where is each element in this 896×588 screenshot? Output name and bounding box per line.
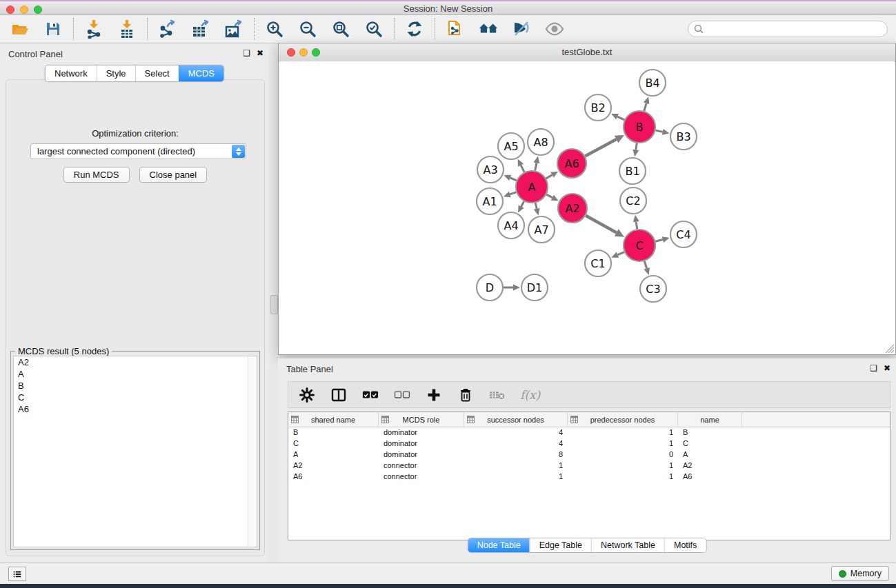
edge-B-B1[interactable] (633, 143, 639, 157)
node-A4[interactable]: A4 (498, 212, 524, 239)
save-session-button[interactable] (43, 19, 63, 39)
result-list-item[interactable]: A2 (14, 356, 257, 368)
node-A2[interactable]: A2 (558, 194, 587, 223)
float-panel-icon[interactable]: ❑ (243, 48, 250, 58)
tab-network-table[interactable]: Network Table (591, 538, 664, 552)
tab-node-table[interactable]: Node Table (468, 538, 530, 552)
node-C2[interactable]: C2 (620, 187, 646, 214)
deselect-all-button[interactable] (393, 386, 411, 404)
duplicate-network-button[interactable] (445, 19, 466, 39)
optimization-criterion-select[interactable]: largest connected component (directed) (30, 143, 246, 159)
graphics-details-button[interactable] (511, 19, 532, 39)
export-image-button[interactable] (223, 19, 244, 39)
edge-A6-B[interactable] (585, 135, 624, 156)
show-column-button[interactable] (330, 386, 348, 404)
table-cell[interactable]: B (678, 427, 742, 438)
edge-C-C3[interactable] (644, 261, 650, 275)
node-C3[interactable]: C3 (640, 276, 666, 302)
node-A3[interactable]: A3 (477, 156, 504, 183)
eye-button[interactable] (544, 19, 565, 39)
open-session-button[interactable] (10, 19, 30, 39)
edge-A-A7[interactable] (534, 203, 540, 215)
table-cell[interactable]: dominator (379, 427, 464, 438)
result-list-item[interactable]: A (14, 368, 257, 380)
close-panel-icon[interactable]: ✖ (257, 48, 263, 58)
node-A1[interactable]: A1 (477, 188, 503, 214)
node-D[interactable]: D (477, 274, 503, 301)
column-header-name[interactable]: name (678, 412, 742, 427)
node-C1[interactable]: C1 (585, 250, 611, 276)
table-cell[interactable]: 1 (464, 460, 568, 472)
result-scrollbar[interactable] (248, 356, 257, 547)
edge-A-A3[interactable] (504, 175, 516, 181)
table-cell[interactable]: A6 (678, 472, 742, 483)
home-button[interactable] (478, 19, 499, 39)
node-B1[interactable]: B1 (619, 158, 646, 184)
delete-table-button[interactable] (488, 386, 506, 404)
refresh-layout-button[interactable] (404, 19, 425, 39)
table-cell[interactable]: A2 (678, 460, 742, 472)
close-panel-icon[interactable]: ✖ (884, 363, 890, 373)
table-cell[interactable]: connector (379, 472, 464, 483)
close-panel-button[interactable]: Close panel (139, 167, 208, 183)
result-list-item[interactable]: C (14, 392, 257, 403)
table-cell[interactable]: 1 (464, 472, 568, 483)
table-row[interactable]: A2connector11A2 (288, 460, 890, 472)
table-cell[interactable]: A6 (288, 472, 379, 483)
table-cell[interactable]: C (288, 438, 379, 449)
node-A5[interactable]: A5 (498, 133, 524, 159)
tab-motifs[interactable]: Motifs (664, 538, 706, 552)
table-cell[interactable]: C (678, 438, 742, 449)
export-network-button[interactable] (157, 19, 178, 39)
result-list-item[interactable]: B (14, 380, 257, 392)
memory-button[interactable]: Memory (831, 566, 889, 581)
column-header-shared-name[interactable]: shared name (288, 412, 379, 427)
table-cell[interactable]: 1 (568, 438, 678, 449)
show-panels-button[interactable] (8, 567, 26, 581)
table-cell[interactable]: A2 (288, 460, 379, 472)
table-row[interactable]: Cdominator41C (288, 438, 890, 449)
tab-style[interactable]: Style (97, 65, 135, 81)
node-C[interactable]: C (624, 230, 655, 261)
edge-C-C4[interactable] (655, 236, 669, 243)
node-A8[interactable]: A8 (528, 129, 554, 155)
node-C4[interactable]: C4 (670, 221, 697, 247)
edge-A-A5[interactable] (518, 159, 525, 172)
node-D1[interactable]: D1 (521, 274, 548, 301)
function-builder-button[interactable]: f(x) (520, 388, 540, 402)
delete-column-button[interactable] (457, 386, 475, 404)
window-resize-grip[interactable] (886, 345, 895, 354)
table-cell[interactable]: 0 (568, 449, 678, 460)
table-cell[interactable]: B (288, 427, 379, 438)
table-cell[interactable]: dominator (379, 438, 464, 449)
edge-A-A2[interactable] (546, 194, 558, 201)
float-panel-icon[interactable]: ❑ (870, 363, 877, 373)
import-network-button[interactable] (83, 19, 104, 39)
edge-B-B4[interactable] (644, 97, 650, 111)
table-cell[interactable]: 1 (568, 472, 678, 483)
zoom-in-button[interactable] (264, 19, 285, 39)
network-window-titlebar[interactable]: testGlobe.txt (279, 43, 895, 62)
table-cell[interactable]: 1 (568, 427, 678, 438)
edge-B-B3[interactable] (655, 129, 669, 135)
table-cell[interactable]: 1 (568, 460, 678, 472)
table-cell[interactable]: 4 (464, 427, 568, 438)
edge-A2-C[interactable] (586, 216, 624, 237)
node-B3[interactable]: B3 (670, 123, 697, 150)
search-input[interactable] (688, 21, 888, 37)
node-A[interactable]: A (516, 171, 548, 203)
table-cell[interactable]: dominator (379, 449, 464, 460)
zoom-out-button[interactable] (297, 19, 318, 39)
column-header-successor-nodes[interactable]: successor nodes (464, 412, 568, 427)
node-B4[interactable]: B4 (639, 70, 666, 96)
column-header-MCDS-role[interactable]: MCDS role (379, 412, 464, 427)
table-cell[interactable]: A (288, 449, 379, 460)
table-cell[interactable]: connector (379, 460, 464, 472)
node-A7[interactable]: A7 (528, 216, 555, 243)
table-cell[interactable]: A (678, 449, 742, 460)
select-all-button[interactable] (361, 386, 379, 404)
table-settings-button[interactable] (298, 386, 316, 404)
edge-C-C2[interactable] (633, 215, 639, 229)
table-cell[interactable]: 8 (464, 449, 568, 460)
run-mcds-button[interactable]: Run MCDS (63, 167, 130, 183)
